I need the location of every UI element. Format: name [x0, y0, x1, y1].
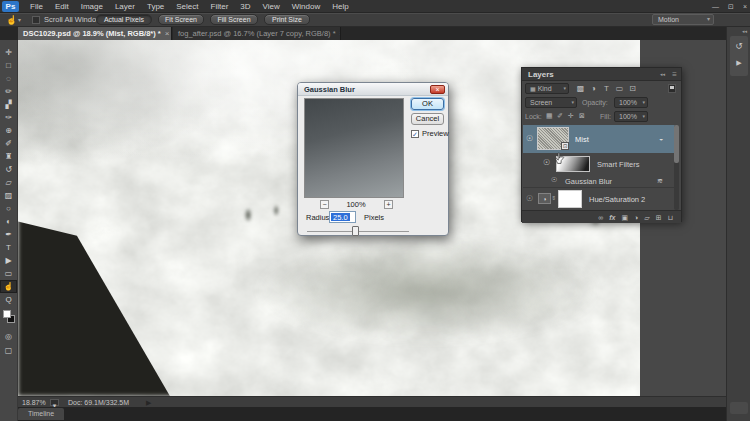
opacity-dropdown[interactable]: 100% ▾ [614, 97, 648, 108]
dialog-close-icon[interactable]: × [430, 85, 445, 94]
menu-3d[interactable]: 3D [234, 0, 256, 13]
timeline-tab[interactable]: Timeline [18, 408, 64, 420]
new-group-icon[interactable]: ▱ [644, 211, 649, 224]
menu-layer[interactable]: Layer [109, 0, 141, 13]
layer-name-mist[interactable]: Mist [575, 135, 589, 144]
menu-window[interactable]: Window [286, 0, 326, 13]
restore-icon[interactable]: ⊡ [728, 0, 734, 13]
eraser-tool[interactable]: ▱ [0, 176, 17, 189]
menu-file[interactable]: File [24, 0, 49, 13]
kind-filter-dropdown[interactable]: ▦ Kind ▾ [525, 83, 569, 94]
move-tool[interactable]: ✛ [0, 46, 17, 59]
filter-smart-objects-icon[interactable]: ⊡ [626, 83, 639, 94]
actions-panel-icon[interactable]: ▶ [730, 56, 748, 70]
close-icon[interactable]: × [743, 0, 747, 13]
crop-tool[interactable]: ▞ [0, 98, 17, 111]
zoom-in-button[interactable]: + [384, 200, 393, 209]
scroll-all-windows-checkbox[interactable] [32, 16, 40, 24]
print-size-button[interactable]: Print Size [264, 14, 310, 25]
gaussian-blur-filter-label[interactable]: Gaussian Blur [565, 177, 612, 186]
preview-checkbox[interactable]: ✓ [411, 130, 419, 138]
dock-collapse-icon[interactable]: ◂◂ [742, 28, 747, 34]
zoom-tool[interactable]: Q [0, 293, 17, 306]
link-layers-icon[interactable]: ∞ [598, 211, 603, 224]
workspace-switcher[interactable]: Motion ▾ [652, 14, 714, 25]
filter-pixel-layers-icon[interactable]: ▩ [574, 83, 587, 94]
filter-type-layers-icon[interactable]: T [600, 83, 613, 94]
visibility-eye-icon[interactable]: ☉ [543, 158, 550, 167]
brush-tool[interactable]: ✐ [0, 137, 17, 150]
shape-tool[interactable]: ▭ [0, 267, 17, 280]
path-selection-tool[interactable]: ▶ [0, 254, 17, 267]
filter-shape-layers-icon[interactable]: ▭ [613, 83, 626, 94]
zoom-out-button[interactable]: − [320, 200, 329, 209]
gradient-tool[interactable]: ▨ [0, 189, 17, 202]
ok-button[interactable]: OK [411, 98, 444, 110]
layer-row-mist[interactable]: ☉ ⊡ Mist ◒ [523, 125, 676, 153]
layer-row-hue-saturation[interactable]: ☉ ◑ ∞ Hue/Saturation 2 [523, 188, 676, 210]
mist-layer-thumbnail[interactable]: ⊡ [538, 128, 568, 149]
filter-toggle-switch[interactable] [668, 84, 676, 93]
dodge-tool[interactable]: ◐ [0, 215, 17, 228]
scrollbar-thumb[interactable] [674, 125, 679, 163]
layer-style-icon[interactable]: fx [609, 211, 615, 224]
menu-image[interactable]: Image [75, 0, 109, 13]
new-layer-icon[interactable]: ⊞ [656, 211, 662, 224]
clone-stamp-tool[interactable]: ♜ [0, 150, 17, 163]
new-adjustment-layer-icon[interactable]: ◑ [634, 211, 638, 224]
filter-adjustment-layers-icon[interactable]: ◑ [587, 83, 600, 94]
add-layer-mask-icon[interactable]: ▣ [621, 211, 628, 224]
pen-tool[interactable]: ✒ [0, 228, 17, 241]
status-caret-icon[interactable]: ▾ [50, 399, 59, 406]
menu-help[interactable]: Help [326, 0, 354, 13]
quick-selection-tool[interactable]: ✏ [0, 85, 17, 98]
layers-scrollbar[interactable] [674, 125, 679, 210]
tab-dsc1029[interactable]: DSC1029.psd @ 18.9% (Mist, RGB/8*) *× [18, 27, 172, 40]
eyedropper-tool[interactable]: ✑ [0, 111, 17, 124]
gaussian-blur-filter-row[interactable]: ☉ Gaussian Blur ≋ [523, 175, 676, 187]
tab-fog-after[interactable]: fog_after.psd @ 16.7% (Layer 7 copy, RGB… [173, 27, 341, 40]
lock-transparent-icon[interactable]: ▦ [546, 112, 553, 120]
blur-preview-image[interactable] [304, 98, 404, 198]
menu-edit[interactable]: Edit [49, 0, 75, 13]
tab-close-icon[interactable]: × [336, 29, 341, 38]
history-panel-icon[interactable]: ↺ [730, 36, 748, 56]
history-brush-tool[interactable]: ↺ [0, 163, 17, 176]
lock-pixels-icon[interactable]: ✐ [557, 112, 563, 120]
fill-screen-button[interactable]: Fill Screen [210, 14, 258, 25]
lasso-tool[interactable]: ◌ [0, 72, 17, 85]
smart-filters-row[interactable]: ☉ Smart Filters [523, 153, 676, 175]
blur-tool[interactable]: ○ [0, 202, 17, 215]
menu-select[interactable]: Select [170, 0, 204, 13]
adjustment-layer-icon[interactable]: ◑ [538, 193, 551, 204]
fit-screen-button[interactable]: Fit Screen [158, 14, 204, 25]
menu-filter[interactable]: Filter [205, 0, 235, 13]
menu-type[interactable]: Type [141, 0, 170, 13]
tab-close-icon[interactable]: × [161, 29, 170, 38]
hue-saturation-mask-thumbnail[interactable] [558, 190, 582, 208]
lock-all-icon[interactable]: ⊠ [579, 112, 585, 120]
screen-mode-icon[interactable]: ▢ [0, 344, 17, 357]
layer-name-hue-saturation[interactable]: Hue/Saturation 2 [589, 195, 645, 204]
smart-filter-collapse-icon[interactable]: ◒ [659, 135, 663, 142]
blend-mode-dropdown[interactable]: Screen ▾ [525, 97, 577, 108]
filter-blend-options-icon[interactable]: ≋ [657, 177, 663, 185]
marquee-tool[interactable]: □ [0, 59, 17, 72]
healing-brush-tool[interactable]: ⊕ [0, 124, 17, 137]
panel-collapse-icon[interactable]: ◂◂ [660, 68, 665, 81]
quick-mask-mode-icon[interactable]: ◎ [0, 330, 17, 343]
menu-view[interactable]: View [257, 0, 286, 13]
cancel-button[interactable]: Cancel [411, 113, 444, 125]
lock-position-icon[interactable]: ✛ [568, 112, 574, 120]
visibility-eye-icon[interactable]: ☉ [526, 134, 533, 143]
delete-layer-icon[interactable]: ⊔ [668, 211, 673, 224]
tool-preset-caret-icon[interactable]: ▾ [18, 13, 21, 27]
visibility-eye-icon[interactable]: ☉ [526, 194, 533, 203]
foreground-color-swatch[interactable] [3, 310, 11, 318]
actual-pixels-button[interactable]: Actual Pixels [96, 14, 152, 25]
hand-tool[interactable]: ☝ [0, 280, 17, 293]
visibility-eye-icon[interactable]: ☉ [551, 176, 557, 184]
fill-dropdown[interactable]: 100% ▾ [614, 111, 648, 122]
radius-input[interactable]: 25.0 [329, 211, 356, 223]
dialog-title-bar[interactable]: Gaussian Blur × [298, 83, 448, 96]
